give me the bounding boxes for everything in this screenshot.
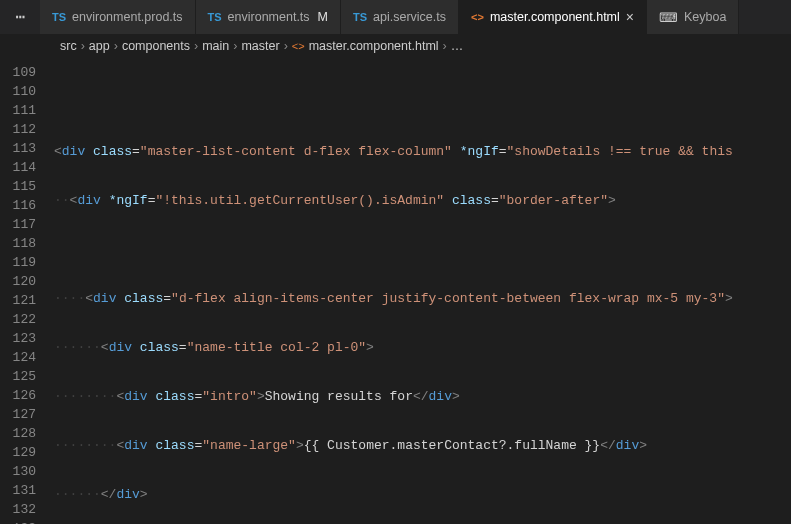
tab-master-component[interactable]: <> master.component.html × — [459, 0, 647, 34]
tab-label: Keyboa — [684, 10, 726, 24]
breadcrumb-item[interactable]: src — [60, 39, 77, 53]
code-line: <div class="master-list-content d-flex f… — [54, 142, 791, 161]
chevron-right-icon: › — [194, 39, 198, 53]
line-number: 109 — [0, 63, 36, 82]
keyboard-icon: ⌨ — [659, 10, 678, 25]
line-number: 113 — [0, 139, 36, 158]
tab-environment[interactable]: TS environment.ts M — [196, 0, 341, 34]
line-number: 122 — [0, 310, 36, 329]
line-number-gutter: 109 110 111 112 113 114 115 116 117 118 … — [0, 57, 54, 524]
tab-label: environment.prod.ts — [72, 10, 182, 24]
typescript-icon: TS — [353, 11, 367, 23]
breadcrumb-item[interactable]: main — [202, 39, 229, 53]
line-number: 129 — [0, 443, 36, 462]
modified-indicator: M — [318, 10, 328, 24]
breadcrumb-more[interactable]: … — [451, 39, 464, 53]
more-tabs-button[interactable]: ⋯ — [0, 0, 40, 34]
code-line: ········<div class="name-large">{{ Custo… — [54, 436, 791, 455]
code-area[interactable]: <div class="master-list-content d-flex f… — [54, 57, 791, 524]
chevron-right-icon: › — [443, 39, 447, 53]
line-number: 114 — [0, 158, 36, 177]
line-number: 127 — [0, 405, 36, 424]
code-line — [54, 240, 791, 259]
line-number: 121 — [0, 291, 36, 310]
line-number: 126 — [0, 386, 36, 405]
tab-label: master.component.html — [490, 10, 620, 24]
line-number: 118 — [0, 234, 36, 253]
tab-label: api.service.ts — [373, 10, 446, 24]
code-line: ······</div> — [54, 485, 791, 504]
line-number: 111 — [0, 101, 36, 120]
line-number: 117 — [0, 215, 36, 234]
line-number: 130 — [0, 462, 36, 481]
code-line — [54, 93, 791, 112]
line-number: 132 — [0, 500, 36, 519]
tab-keyboard[interactable]: ⌨ Keyboa — [647, 0, 739, 34]
typescript-icon: TS — [52, 11, 66, 23]
chevron-right-icon: › — [81, 39, 85, 53]
code-line: ······<div class="name-title col-2 pl-0"… — [54, 338, 791, 357]
line-number: 120 — [0, 272, 36, 291]
tab-api-service[interactable]: TS api.service.ts — [341, 0, 459, 34]
line-number: 115 — [0, 177, 36, 196]
chevron-right-icon: › — [284, 39, 288, 53]
line-number: 128 — [0, 424, 36, 443]
breadcrumb-item[interactable]: master — [241, 39, 279, 53]
line-number: 110 — [0, 82, 36, 101]
breadcrumb-item[interactable]: components — [122, 39, 190, 53]
editor: 109 110 111 112 113 114 115 116 117 118 … — [0, 57, 791, 524]
breadcrumb: src › app › components › main › master ›… — [0, 35, 791, 57]
line-number: 133 — [0, 519, 36, 524]
html-icon: <> — [292, 40, 305, 52]
line-number: 123 — [0, 329, 36, 348]
breadcrumb-item[interactable]: app — [89, 39, 110, 53]
line-number: 125 — [0, 367, 36, 386]
code-line: ··<div *ngIf="!this.util.getCurrentUser(… — [54, 191, 791, 210]
tab-label: environment.ts — [228, 10, 310, 24]
chevron-right-icon: › — [233, 39, 237, 53]
code-line: ········<div class="intro">Showing resul… — [54, 387, 791, 406]
tab-environment-prod[interactable]: TS environment.prod.ts — [40, 0, 196, 34]
html-icon: <> — [471, 11, 484, 23]
line-number: 124 — [0, 348, 36, 367]
breadcrumb-item[interactable]: master.component.html — [309, 39, 439, 53]
line-number: 119 — [0, 253, 36, 272]
tabs-container: TS environment.prod.ts TS environment.ts… — [40, 0, 791, 34]
line-number: 131 — [0, 481, 36, 500]
close-icon[interactable]: × — [626, 9, 634, 25]
line-number: 116 — [0, 196, 36, 215]
line-number: 112 — [0, 120, 36, 139]
code-line: ····<div class="d-flex align-items-cente… — [54, 289, 791, 308]
chevron-right-icon: › — [114, 39, 118, 53]
tab-bar: ⋯ TS environment.prod.ts TS environment.… — [0, 0, 791, 35]
typescript-icon: TS — [208, 11, 222, 23]
